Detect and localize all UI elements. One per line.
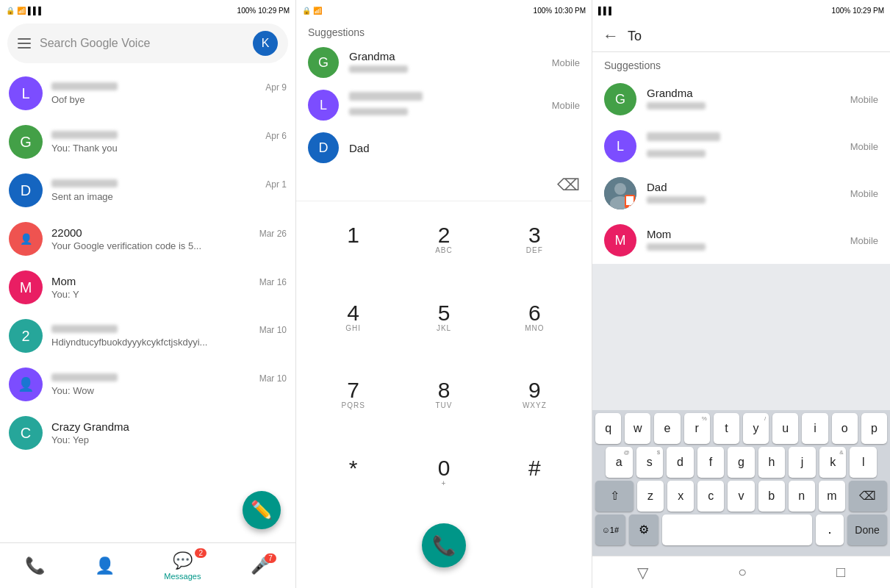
back-button[interactable]: ← (603, 26, 619, 46)
dial-key-7[interactable]: 7 PQRS (308, 356, 398, 434)
suggestion-dad[interactable]: D Dad (296, 126, 592, 169)
battery-text-2: 100% (534, 7, 553, 15)
msg-content: 22000 Mar 26 Your Google verification co… (51, 226, 287, 251)
dial-num: 1 (347, 224, 359, 246)
user-avatar[interactable]: K (253, 31, 278, 56)
search-bar[interactable]: Search Google Voice K (7, 24, 288, 63)
dial-num: 5 (438, 302, 451, 324)
dial-key-3[interactable]: 3 DEF (489, 201, 580, 279)
dial-key-8[interactable]: 8 TUV (398, 356, 489, 434)
key-f[interactable]: f (697, 447, 725, 478)
key-x[interactable]: x (667, 481, 694, 512)
key-b[interactable]: b (758, 481, 785, 512)
suggestion-3-l[interactable]: L Mobile (592, 123, 890, 170)
key-p[interactable]: p (861, 413, 887, 444)
nav-recents-button[interactable]: □ (822, 558, 860, 587)
done-key[interactable]: Done (847, 514, 887, 545)
space-key[interactable] (662, 514, 812, 545)
dial-letters: ABC (435, 246, 453, 256)
dial-key-hash[interactable]: # (489, 434, 580, 512)
msg-header: Apr 1 (51, 179, 287, 190)
dial-num: 4 (347, 302, 359, 324)
status-bar-3: ▌▌▌ 100% 10:29 PM (592, 0, 890, 21)
key-q[interactable]: q (595, 413, 621, 444)
key-a[interactable]: @a (606, 447, 633, 478)
key-r[interactable]: %r (684, 413, 710, 444)
key-v[interactable]: v (728, 481, 754, 512)
dial-num: # (528, 457, 541, 479)
sug-avatar-l: L (308, 90, 339, 121)
key-j[interactable]: j (789, 447, 816, 478)
svg-point-1 (614, 183, 626, 195)
key-o[interactable]: o (832, 413, 858, 444)
shift-key[interactable]: ⇧ (595, 481, 634, 512)
keyboard-backspace[interactable]: ⌫ (849, 481, 887, 512)
list-item[interactable]: D Apr 1 Sent an image (0, 166, 295, 215)
suggestion-3-mom[interactable]: M Mom Mobile (592, 217, 890, 264)
nav-back-button[interactable]: ▽ (622, 558, 663, 587)
suggestion-3-grandma[interactable]: G Grandma Mobile (592, 76, 890, 123)
hamburger-menu[interactable] (18, 38, 31, 49)
msg-preview: You: Y (51, 289, 287, 300)
list-item[interactable]: 2 Mar 10 Hdiyndtucyfbuokdyyykcykfctjskdy… (0, 312, 295, 360)
dial-key-5[interactable]: 5 JKL (398, 279, 489, 357)
lock-icon-2: 🔒 (302, 7, 311, 15)
suggestion-l[interactable]: L Mobile (296, 84, 592, 126)
key-s[interactable]: $s (636, 447, 664, 478)
dial-key-4[interactable]: 4 GHI (308, 279, 398, 357)
key-i[interactable]: i (802, 413, 828, 444)
dial-key-9[interactable]: 9 WXYZ (489, 356, 580, 434)
dial-key-6[interactable]: 6 MNO (489, 279, 580, 357)
dial-key-1[interactable]: 1 (308, 201, 398, 279)
key-z[interactable]: z (637, 481, 664, 512)
suggestion-3-dad[interactable]: Dad Mobile (592, 170, 890, 217)
nav-voicemail[interactable]: 🎤 7 (251, 556, 270, 576)
emoji-key[interactable]: ☺1# (595, 514, 625, 545)
key-m[interactable]: m (819, 481, 845, 512)
msg-header: Apr 6 (51, 131, 287, 141)
nav-home-button[interactable]: ○ (723, 558, 761, 587)
dial-key-star[interactable]: * (308, 434, 398, 512)
list-item[interactable]: G Apr 6 You: Thank you (0, 118, 295, 166)
key-c[interactable]: c (697, 481, 724, 512)
sug3-phone-blurred (647, 150, 706, 157)
keyboard-row-1: q w e %r t /y u i o p (592, 410, 890, 444)
nav-contacts[interactable]: 👤 (95, 556, 115, 576)
key-n[interactable]: n (789, 481, 815, 512)
key-l[interactable]: l (850, 447, 877, 478)
backspace-button[interactable]: ⌫ (557, 176, 580, 195)
settings-key[interactable]: ⚙ (629, 514, 659, 545)
list-item[interactable]: M Mom Mar 16 You: Y (0, 263, 295, 312)
list-item[interactable]: 👤 22000 Mar 26 Your Google verification … (0, 215, 295, 263)
status-icons-right-2: 100% 10:30 PM (534, 7, 586, 15)
list-item[interactable]: L Apr 9 Oof bye (0, 69, 295, 118)
key-u[interactable]: u (772, 413, 798, 444)
key-k[interactable]: &k (819, 447, 847, 478)
dial-key-2[interactable]: 2 ABC (398, 201, 489, 279)
key-w[interactable]: w (625, 413, 650, 444)
list-item[interactable]: 👤 Mar 10 You: Wow (0, 360, 295, 409)
key-h[interactable]: h (758, 447, 786, 478)
compose-fab[interactable]: ✏️ (243, 491, 281, 529)
to-input[interactable]: To (628, 29, 880, 44)
nav-calls[interactable]: 📞 (25, 556, 45, 576)
period-key[interactable]: . (816, 514, 844, 545)
messages-icon: 💬 (173, 551, 193, 570)
key-t[interactable]: t (714, 413, 739, 444)
dial-key-0[interactable]: 0 + (398, 434, 489, 512)
keyboard-bottom-row: ☺1# ⚙ . Done (592, 512, 890, 548)
key-e[interactable]: e (654, 413, 680, 444)
key-d[interactable]: d (667, 447, 694, 478)
key-g[interactable]: g (728, 447, 755, 478)
msg-content: Mom Mar 16 You: Y (51, 275, 287, 300)
nav-messages[interactable]: 💬 2 Messages (164, 551, 201, 581)
suggestion-grandma[interactable]: G Grandma Mobile (296, 41, 592, 84)
avatar: 👤 (9, 368, 43, 401)
key-y[interactable]: /y (743, 413, 769, 444)
list-item[interactable]: C Crazy Grandma You: Yep (0, 409, 295, 457)
call-button[interactable]: 📞 (422, 523, 466, 567)
dialpad: 1 2 ABC 3 DEF 4 GHI 5 JKL 6 MNO 7 PQRS 8 (296, 201, 592, 512)
dial-letters: WXYZ (523, 401, 547, 411)
sug3-avatar-g: G (604, 83, 636, 115)
search-input[interactable]: Search Google Voice (40, 37, 244, 50)
